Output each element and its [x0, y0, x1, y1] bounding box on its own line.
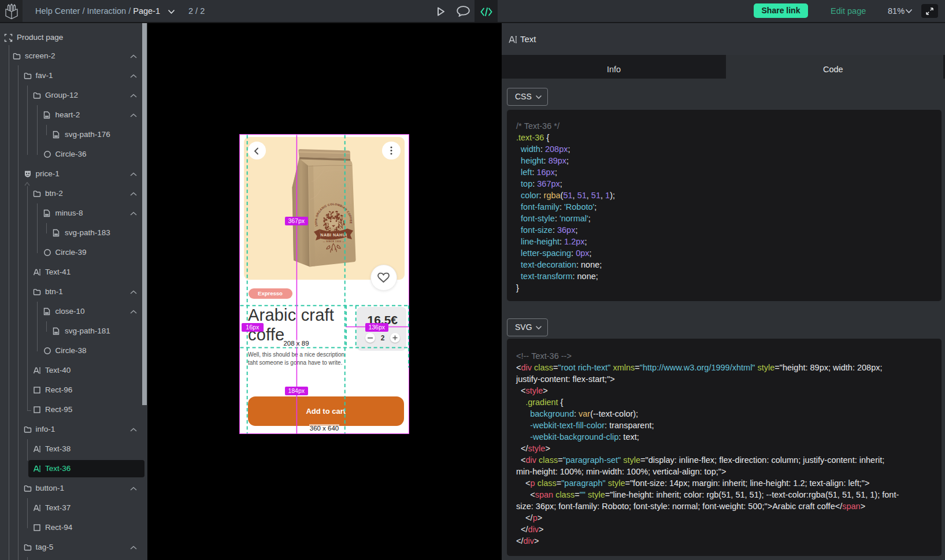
svg-text:NABI NAHUI: NABI NAHUI — [320, 232, 347, 238]
svg-text:— SINCE 1930 —: — SINCE 1930 — — [323, 240, 345, 243]
